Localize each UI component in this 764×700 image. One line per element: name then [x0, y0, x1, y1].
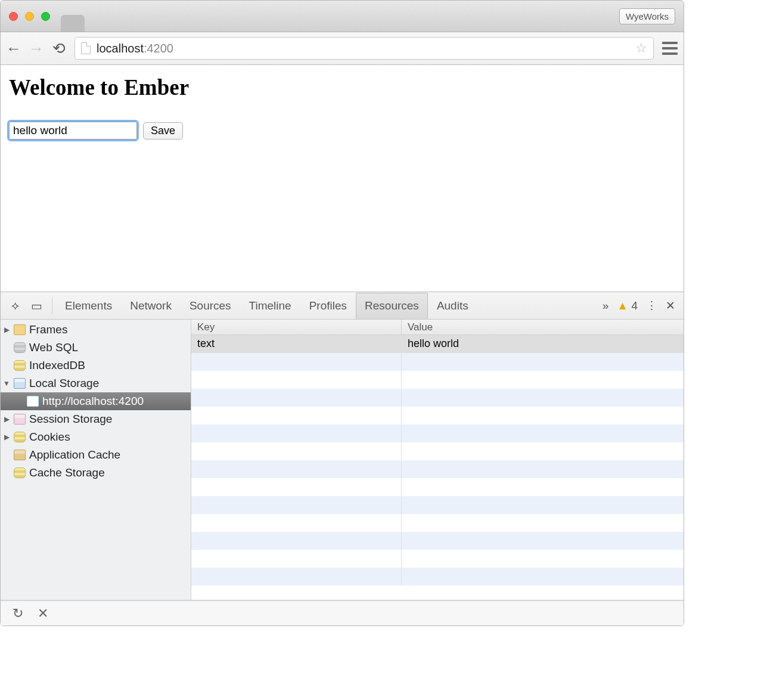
table-row[interactable]: [191, 425, 684, 442]
storage-icon: [14, 414, 26, 425]
browser-toolbar: ← → ⟲ localhost:4200 ☆: [1, 32, 684, 65]
table-row[interactable]: [191, 371, 684, 389]
table-row[interactable]: [191, 550, 684, 568]
storage-icon: [14, 378, 26, 389]
form-row: Save: [9, 122, 675, 140]
table-header: Key Value: [191, 320, 684, 335]
url-port: :4200: [144, 42, 173, 55]
resources-tree: ▶Frames Web SQL IndexedDB ▼Local Storage…: [1, 320, 191, 600]
storage-table: Key Value text hello world: [191, 320, 684, 600]
devtools-footer: ↻ ✕: [1, 600, 684, 625]
tab-audits[interactable]: Audits: [428, 293, 477, 319]
minimize-window-icon[interactable]: [25, 12, 34, 21]
tree-websql[interactable]: Web SQL: [1, 339, 191, 357]
table-row[interactable]: [191, 389, 684, 407]
refresh-icon[interactable]: ↻: [13, 606, 23, 621]
back-icon[interactable]: ←: [7, 39, 21, 58]
url-host: localhost: [97, 42, 144, 55]
reload-icon[interactable]: ⟲: [52, 39, 66, 58]
table-row[interactable]: [191, 407, 684, 425]
separator: [52, 298, 52, 314]
page-heading: Welcome to Ember: [9, 75, 675, 100]
browser-tab[interactable]: [61, 15, 85, 32]
devtools-panel: ⟡ ▭ Elements Network Sources Timeline Pr…: [1, 292, 684, 625]
table-row[interactable]: [191, 568, 684, 586]
clear-icon[interactable]: ✕: [38, 606, 48, 621]
tree-localstorage-origin[interactable]: http://localhost:4200: [1, 392, 191, 410]
cachestorage-icon: [14, 467, 26, 478]
table-row[interactable]: [191, 353, 684, 371]
table-row[interactable]: [191, 514, 684, 532]
tree-frames[interactable]: ▶Frames: [1, 321, 191, 339]
cell-key: text: [191, 335, 402, 353]
forward-icon[interactable]: →: [29, 39, 44, 58]
window-titlebar: WyeWorks: [1, 1, 684, 32]
table-row[interactable]: [191, 532, 684, 550]
header-value[interactable]: Value: [402, 320, 684, 334]
table-row[interactable]: text hello world: [191, 335, 684, 353]
address-bar[interactable]: localhost:4200 ☆: [74, 37, 654, 60]
inspect-icon[interactable]: ⟡: [5, 299, 25, 312]
device-icon[interactable]: ▭: [25, 299, 48, 313]
tab-resources[interactable]: Resources: [356, 293, 428, 319]
cell-value: hello world: [402, 335, 684, 353]
tree-cachestorage[interactable]: Cache Storage: [1, 464, 191, 482]
tab-profiles[interactable]: Profiles: [300, 293, 356, 319]
devtools-close-icon[interactable]: ✕: [666, 299, 675, 312]
table-row[interactable]: [191, 442, 684, 460]
table-row[interactable]: [191, 478, 684, 496]
page-content: Welcome to Ember Save: [1, 65, 684, 292]
page-icon: [81, 42, 91, 54]
warning-badge[interactable]: ▲ 4: [617, 299, 638, 312]
devtools-tabbar: ⟡ ▭ Elements Network Sources Timeline Pr…: [1, 292, 684, 320]
table-row[interactable]: [191, 460, 684, 478]
text-input[interactable]: [9, 122, 137, 140]
database-icon: [14, 342, 26, 353]
tab-elements[interactable]: Elements: [56, 293, 121, 319]
tree-indexeddb[interactable]: IndexedDB: [1, 357, 191, 374]
folder-icon: [14, 324, 26, 335]
cookies-icon: [14, 432, 26, 442]
bookmark-star-icon[interactable]: ☆: [635, 41, 647, 56]
tab-timeline[interactable]: Timeline: [240, 293, 300, 319]
extension-button[interactable]: WyeWorks: [619, 8, 675, 24]
tree-sessionstorage[interactable]: ▶Session Storage: [1, 410, 191, 428]
close-window-icon[interactable]: [9, 12, 18, 21]
tree-appcache[interactable]: Application Cache: [1, 446, 191, 464]
traffic-lights: [9, 12, 50, 21]
menu-icon[interactable]: [662, 42, 678, 55]
table-body: text hello world: [191, 335, 684, 600]
tree-cookies[interactable]: ▶Cookies: [1, 428, 191, 446]
tabs-overflow-icon[interactable]: »: [602, 299, 609, 312]
save-button[interactable]: Save: [143, 122, 183, 140]
devtools-menu-icon[interactable]: ⋮: [646, 299, 657, 312]
header-key[interactable]: Key: [191, 320, 402, 334]
zoom-window-icon[interactable]: [41, 12, 50, 21]
tree-localstorage[interactable]: ▼Local Storage: [1, 374, 191, 392]
database-icon: [14, 360, 26, 371]
storage-icon: [27, 396, 39, 407]
tab-sources[interactable]: Sources: [181, 293, 240, 319]
tab-network[interactable]: Network: [121, 293, 181, 319]
appcache-icon: [14, 450, 26, 460]
table-row[interactable]: [191, 496, 684, 514]
